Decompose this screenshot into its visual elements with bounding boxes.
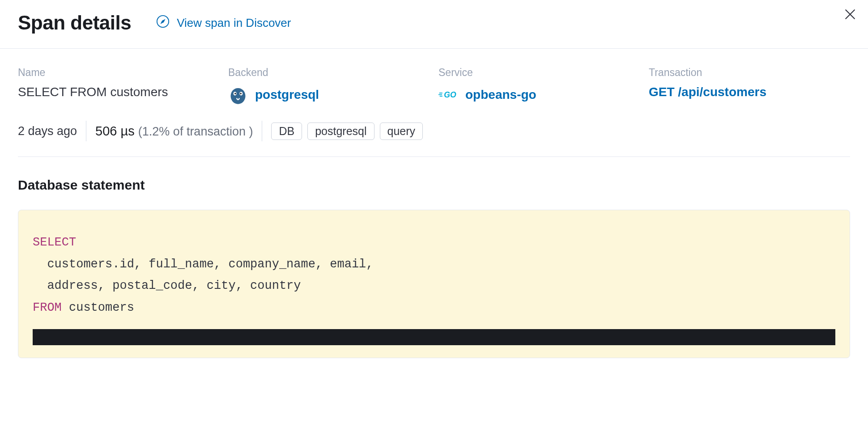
- divider: [86, 121, 86, 141]
- flyout-header: Span details View span in Discover: [0, 0, 868, 49]
- timestamp: 2 days ago: [18, 124, 77, 138]
- discover-link-label: View span in Discover: [177, 16, 291, 30]
- svg-point-7: [240, 93, 242, 94]
- svg-point-6: [234, 93, 236, 94]
- transaction-link[interactable]: GET /api/customers: [649, 85, 766, 99]
- duration-pct: (1.2% of transaction ): [138, 125, 253, 138]
- meta-transaction: Transaction GET /api/customers: [649, 67, 850, 106]
- sql-text: customers: [62, 301, 134, 314]
- close-button[interactable]: [843, 8, 857, 22]
- transaction-link-label: GET /api/customers: [649, 85, 766, 99]
- meta-name: Name SELECT FROM customers: [18, 67, 219, 106]
- flyout-body: Name SELECT FROM customers Backend: [0, 49, 868, 423]
- db-statement-heading: Database statement: [18, 178, 850, 193]
- span-details-flyout: Span details View span in Discover Nam: [0, 0, 868, 423]
- tag-list: DB postgresql query: [271, 123, 423, 140]
- meta-service-label: Service: [438, 67, 640, 79]
- sql-keyword: SELECT: [33, 236, 76, 249]
- tag: DB: [271, 123, 302, 140]
- backend-link[interactable]: postgresql: [228, 85, 319, 105]
- meta-name-label: Name: [18, 67, 219, 79]
- meta-service: Service GO opbeans-go: [438, 67, 640, 106]
- sql-keyword: FROM: [33, 301, 62, 314]
- tag: postgresql: [307, 123, 374, 140]
- meta-backend: Backend postgresql: [228, 67, 430, 106]
- divider: [262, 121, 262, 141]
- svg-text:GO: GO: [444, 90, 456, 99]
- backend-link-label: postgresql: [255, 88, 319, 102]
- duration: 506 µs (1.2% of transaction ): [95, 124, 253, 139]
- svg-point-3: [231, 88, 246, 104]
- close-icon: [844, 8, 856, 22]
- meta-backend-label: Backend: [228, 67, 430, 79]
- sql-line: customers.id, full_name, company_name, e…: [33, 254, 835, 275]
- stats-row: 2 days ago 506 µs (1.2% of transaction )…: [18, 121, 850, 157]
- meta-grid: Name SELECT FROM customers Backend: [18, 67, 850, 106]
- view-in-discover-link[interactable]: View span in Discover: [156, 15, 291, 31]
- meta-transaction-label: Transaction: [649, 67, 850, 79]
- redacted-line: [33, 329, 835, 345]
- go-icon: GO: [438, 85, 458, 105]
- postgresql-icon: [228, 85, 248, 105]
- compass-icon: [156, 15, 170, 31]
- meta-name-value: SELECT FROM customers: [18, 85, 219, 99]
- page-title: Span details: [18, 12, 131, 34]
- duration-value: 506 µs: [95, 124, 135, 138]
- sql-line: address, postal_code, city, country: [33, 275, 835, 297]
- service-link-label: opbeans-go: [465, 88, 536, 102]
- service-link[interactable]: GO opbeans-go: [438, 85, 536, 105]
- db-statement-code[interactable]: SELECT customers.id, full_name, company_…: [18, 210, 850, 358]
- tag: query: [380, 123, 423, 140]
